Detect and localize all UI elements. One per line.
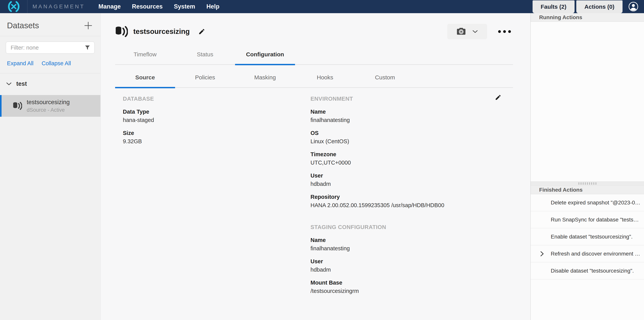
field-label: Size: [123, 130, 310, 136]
camera-icon: [456, 28, 466, 36]
field-staging-name: Name finalhanatesting: [310, 237, 503, 252]
running-actions-header: Running Actions: [531, 13, 644, 22]
source-panels: DATABASE Data Type hana-staged Size 9.32…: [115, 96, 530, 294]
finished-action-row[interactable]: Enable dataset "testsourcesizing".: [531, 228, 644, 245]
database-section: DATABASE Data Type hana-staged Size 9.32…: [115, 96, 310, 294]
finished-action-label: Enable dataset "testsourcesizing".: [551, 234, 632, 240]
chevron-down-icon: [6, 82, 12, 86]
tree-item-testsourcesizing[interactable]: testsourcesizing dSource - Active: [0, 95, 100, 117]
collapse-all-link[interactable]: Collapse All: [42, 60, 71, 67]
panel-resize-handle[interactable]: [531, 181, 644, 186]
nav-menu: Manage Resources System Help: [98, 3, 219, 10]
field-staging-mount-base: Mount Base /testsourcesizingrm: [310, 279, 503, 294]
field-data-type: Data Type hana-staged: [123, 109, 310, 123]
actions-button[interactable]: Actions (0): [576, 1, 622, 13]
subtab-masking[interactable]: Masking: [235, 65, 295, 87]
staging-configuration-section: STAGING CONFIGURATION Name finalhanatest…: [310, 224, 503, 294]
environment-section-header: ENVIRONMENT: [310, 96, 503, 102]
drag-dots-icon: [578, 182, 597, 185]
content-header: testsourcesizing: [115, 23, 530, 40]
field-label: Repository: [310, 194, 503, 200]
tab-timeflow[interactable]: Timeflow: [115, 51, 175, 64]
field-value: 9.32GB: [123, 138, 310, 145]
field-staging-user: User hdbadm: [310, 258, 503, 273]
subtab-custom[interactable]: Custom: [355, 65, 415, 87]
dsource-icon: [13, 102, 22, 110]
subtab-policies[interactable]: Policies: [175, 65, 235, 87]
expand-all-link[interactable]: Expand All: [7, 60, 34, 67]
finished-action-label: Delete expired snapshot "@2023-0…: [551, 200, 640, 206]
configuration-subtabs: Source Policies Masking Hooks Custom: [115, 65, 513, 88]
field-env-os: OS Linux (CentOS): [310, 130, 503, 145]
field-value: hdbadm: [310, 181, 503, 187]
datasets-tree: test testsourcesizing dSource - Active: [0, 73, 100, 117]
delphix-logo[interactable]: [0, 0, 28, 13]
finished-actions-header: Finished Actions: [531, 186, 644, 194]
field-env-repository: Repository HANA 2.00.052.00.1599235305 /…: [310, 194, 503, 208]
field-label: Name: [310, 109, 503, 115]
field-size: Size 9.32GB: [123, 130, 310, 145]
finished-action-label: Run SnapSync for database "tests…: [551, 217, 639, 223]
staging-section-header: STAGING CONFIGURATION: [310, 224, 503, 230]
user-avatar-icon[interactable]: [628, 2, 638, 12]
snapshot-dropdown-chevron-icon[interactable]: [472, 30, 478, 33]
finished-action-label: Refresh and discover environment …: [551, 251, 640, 257]
field-value: HANA 2.00.052.00.1599235305 /usr/sap/HDB…: [310, 202, 503, 208]
tree-group-test[interactable]: test: [0, 78, 100, 90]
nav-item-manage[interactable]: Manage: [98, 3, 121, 10]
delphix-management-app: MANAGEMENT Manage Resources System Help …: [0, 0, 644, 320]
brand-management: MANAGEMENT: [32, 4, 85, 10]
field-value: hdbadm: [310, 266, 503, 273]
snapshot-button[interactable]: [447, 24, 487, 39]
sidebar-title: Datasets: [7, 21, 39, 30]
actions-side-panel: Running Actions Finished Actions Delete …: [530, 13, 644, 320]
field-value: /testsourcesizingrm: [310, 288, 503, 294]
field-value: Linux (CentOS): [310, 138, 503, 145]
tab-status[interactable]: Status: [175, 51, 235, 64]
field-label: Mount Base: [310, 279, 503, 286]
tree-group-label: test: [16, 80, 27, 87]
field-value: finalhanatesting: [310, 245, 503, 252]
subtab-hooks[interactable]: Hooks: [295, 65, 355, 87]
nav-item-help[interactable]: Help: [206, 3, 219, 10]
subtab-source[interactable]: Source: [115, 65, 175, 87]
finished-action-label: Disable dataset "testsourcesizing".: [551, 268, 634, 274]
more-actions-menu-icon[interactable]: [498, 30, 511, 33]
field-label: User: [310, 172, 503, 179]
expand-row-chevron-icon[interactable]: [540, 251, 544, 257]
top-nav: MANAGEMENT Manage Resources System Help …: [0, 0, 644, 13]
finished-action-row[interactable]: Refresh and discover environment …: [531, 245, 644, 262]
field-env-user: User hdbadm: [310, 172, 503, 187]
field-label: User: [310, 258, 503, 265]
row-chevron-slot: [540, 251, 551, 257]
field-env-timezone: Timezone UTC,UTC+0000: [310, 151, 503, 166]
edit-environment-icon[interactable]: [495, 94, 502, 101]
add-dataset-button[interactable]: [84, 21, 93, 30]
nav-item-resources[interactable]: Resources: [132, 3, 163, 10]
field-label: OS: [310, 130, 503, 136]
faults-button[interactable]: Faults (2): [532, 1, 574, 13]
tree-controls: Expand All Collapse All: [0, 54, 100, 73]
tab-configuration[interactable]: Configuration: [235, 51, 295, 64]
field-env-name: Name finalhanatesting: [310, 109, 503, 123]
tree-item-status: dSource - Active: [27, 107, 70, 113]
database-section-header: DATABASE: [123, 96, 310, 102]
field-value: UTC,UTC+0000: [310, 160, 503, 166]
finished-action-row[interactable]: Delete expired snapshot "@2023-0…: [531, 194, 644, 211]
environment-section: ENVIRONMENT Name finalhanatesting OS Lin…: [310, 96, 530, 294]
datasets-sidebar: Datasets Expand All Collapse All: [0, 13, 100, 320]
field-value: finalhanatesting: [310, 117, 503, 123]
field-label: Name: [310, 237, 503, 243]
filter-icon[interactable]: [84, 45, 90, 51]
filter-input[interactable]: [6, 42, 94, 54]
finished-action-row[interactable]: Run SnapSync for database "tests…: [531, 211, 644, 228]
edit-title-icon[interactable]: [198, 28, 205, 35]
running-actions-list: [531, 22, 644, 181]
field-label: Data Type: [123, 109, 310, 115]
finished-action-row[interactable]: Disable dataset "testsourcesizing".: [531, 262, 644, 279]
delphix-logo-icon: [5, 1, 23, 13]
sidebar-header: Datasets: [0, 13, 100, 36]
nav-right: Faults (2) Actions (0): [532, 0, 644, 13]
field-value: hana-staged: [123, 117, 310, 123]
nav-item-system[interactable]: System: [174, 3, 195, 10]
